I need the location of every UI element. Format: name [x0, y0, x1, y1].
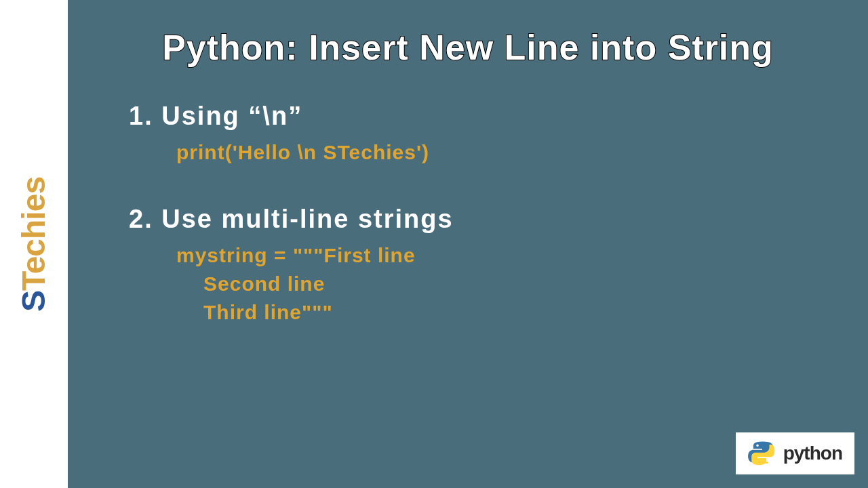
- python-icon: [748, 439, 776, 468]
- method-1-heading: 1. Using “\n”: [129, 102, 834, 131]
- logo-s-letter: S: [16, 291, 52, 312]
- page-title: Python: Insert New Line into String: [102, 27, 834, 68]
- stechies-logo: STechies: [16, 176, 53, 311]
- python-badge-label: python: [783, 443, 842, 464]
- method-1-code-line: print('Hello \n STechies'): [176, 141, 834, 164]
- logo-techies-text: Techies: [16, 176, 52, 290]
- sidebar: STechies: [0, 0, 68, 488]
- method-2-code-line-1: mystring = """First line: [176, 244, 834, 267]
- method-1: 1. Using “\n” print('Hello \n STechies'): [102, 102, 834, 164]
- python-badge: python: [736, 432, 854, 474]
- method-2-heading: 2. Use multi-line strings: [129, 205, 834, 234]
- main-content: Python: Insert New Line into String 1. U…: [68, 0, 868, 488]
- method-2: 2. Use multi-line strings mystring = """…: [102, 205, 834, 324]
- method-2-code-line-3: Third line""": [203, 301, 834, 324]
- method-2-code-line-2: Second line: [203, 272, 834, 296]
